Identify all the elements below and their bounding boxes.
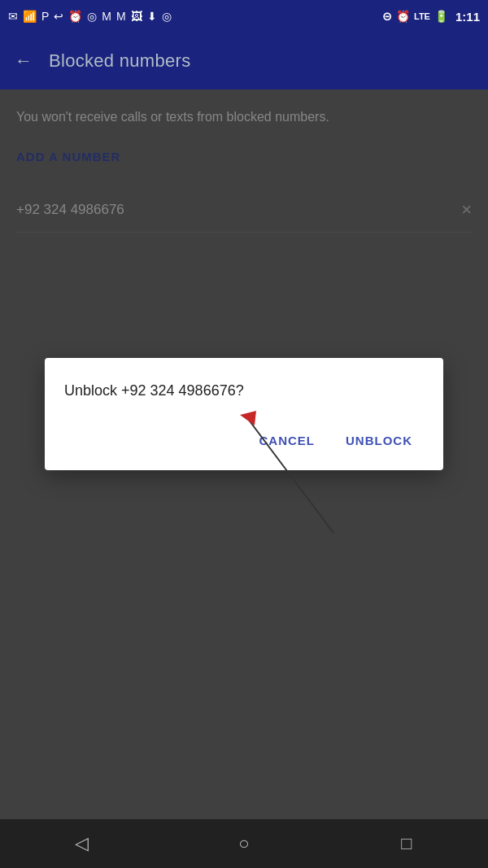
phone-icon: ↩: [54, 10, 63, 23]
recents-nav-button[interactable]: □: [382, 819, 431, 868]
pinterest-icon: P: [41, 10, 49, 23]
signal-icon: 📶: [23, 10, 37, 23]
app-bar: ← Blocked numbers: [0, 33, 488, 89]
instagram-icon: ◎: [87, 10, 97, 23]
messenger-icon: ✉: [8, 10, 18, 23]
home-nav-button[interactable]: ○: [220, 819, 268, 868]
dialog-message: Unblock +92 324 4986676?: [64, 381, 424, 401]
time-display: 1:11: [455, 10, 480, 24]
page-wrapper: ✉ 📶 P ↩ ⏰ ◎ M M 🖼 ⬇ ◎ ⊝ ⏰ LTE 🔋 1:11 ← B…: [0, 0, 488, 868]
battery-icon: 🔋: [434, 10, 448, 23]
image-icon: 🖼: [131, 10, 142, 23]
alarm-icon: ⏰: [68, 10, 82, 23]
bottom-nav: ◁ ○ □: [0, 819, 488, 868]
gmail-icon: M: [102, 10, 111, 23]
block-icon: ⊝: [382, 10, 392, 23]
status-bar-right: ⊝ ⏰ LTE 🔋 1:11: [382, 10, 480, 24]
lte-icon: LTE: [414, 11, 430, 21]
back-nav-button[interactable]: ◁: [57, 819, 106, 868]
dialog-overlay: Unblock +92 324 4986676? CANCEL UNBLOCK: [0, 89, 488, 819]
target-icon: ◎: [162, 10, 172, 23]
status-bar-left: ✉ 📶 P ↩ ⏰ ◎ M M 🖼 ⬇ ◎: [8, 10, 172, 23]
page-title: Blocked numbers: [49, 50, 190, 72]
gmail2-icon: M: [116, 10, 126, 23]
svg-marker-1: [240, 411, 256, 425]
alarm2-icon: ⏰: [396, 10, 410, 23]
unblock-dialog: Unblock +92 324 4986676? CANCEL UNBLOCK: [45, 358, 443, 470]
download-icon: ⬇: [147, 10, 157, 23]
status-bar: ✉ 📶 P ↩ ⏰ ◎ M M 🖼 ⬇ ◎ ⊝ ⏰ LTE 🔋 1:11: [0, 0, 488, 33]
cancel-button[interactable]: CANCEL: [248, 425, 327, 456]
unblock-button[interactable]: UNBLOCK: [334, 425, 424, 456]
back-button[interactable]: ←: [15, 50, 33, 72]
dialog-actions: CANCEL UNBLOCK: [64, 425, 424, 456]
